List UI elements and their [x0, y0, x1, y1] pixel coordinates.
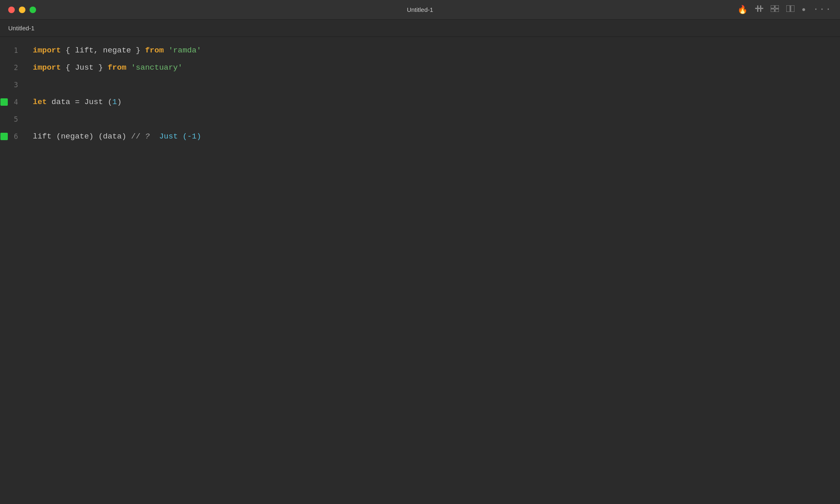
- token-punctuation: }: [94, 63, 107, 72]
- token-comment-q: ?: [145, 132, 150, 141]
- broadcast-icon[interactable]: [755, 5, 763, 14]
- svg-rect-1: [757, 5, 758, 12]
- token-string: 'sanctuary': [131, 63, 182, 72]
- maximize-button[interactable]: [30, 7, 36, 13]
- gutter-line-5: 5: [0, 111, 25, 128]
- line-indicator-6: [0, 132, 8, 141]
- line-number-2: 2: [8, 64, 21, 72]
- token-punctuation: ) (: [89, 132, 103, 141]
- token-comment: //: [131, 132, 145, 141]
- line-indicator-1: [0, 46, 8, 54]
- token-fn-name: lift: [33, 132, 52, 141]
- token-result: Just (-1): [159, 132, 201, 141]
- code-line-2: import { Just } from 'sanctuary': [33, 59, 836, 76]
- svg-rect-4: [775, 5, 779, 8]
- line-number-6: 6: [8, 132, 21, 141]
- gutter-line-6: 6: [0, 128, 25, 145]
- more-icon[interactable]: ···: [813, 5, 832, 15]
- svg-rect-8: [791, 5, 794, 12]
- green-square-4: [0, 98, 8, 106]
- title-bar-actions: 🔥 ● ···: [737, 5, 832, 15]
- token-comment: [150, 132, 159, 141]
- flame-icon[interactable]: 🔥: [737, 5, 748, 15]
- traffic-lights: [8, 7, 36, 13]
- title-bar: Untitled-1 🔥 ● ···: [0, 0, 840, 20]
- window-title: Untitled-1: [407, 6, 433, 13]
- code-line-6: lift (negate) (data) // ? Just (-1): [33, 128, 836, 145]
- code-area[interactable]: import { lift, negate } from 'ramda'impo…: [25, 41, 836, 504]
- token-identifier: data: [103, 132, 122, 141]
- line-number-4: 4: [8, 98, 21, 106]
- line-number-3: 3: [8, 81, 21, 89]
- code-line-3: [33, 76, 836, 93]
- token-punctuation: ): [122, 132, 131, 141]
- gutter-line-3: 3: [0, 76, 25, 93]
- token-number: 1: [112, 98, 117, 107]
- gutter-line-2: 2: [0, 59, 25, 76]
- tab-title[interactable]: Untitled-1: [8, 25, 34, 32]
- token-identifier: data = Just: [47, 98, 107, 107]
- token-punctuation: [126, 63, 131, 72]
- svg-rect-5: [771, 9, 774, 12]
- token-kw-from: from: [107, 63, 126, 72]
- token-kw-import: import: [33, 46, 61, 55]
- editor-area: 123456 import { lift, negate } from 'ram…: [0, 37, 840, 504]
- split-icon[interactable]: [786, 5, 794, 14]
- token-punctuation: }: [131, 46, 145, 55]
- line-indicator-4: [0, 98, 8, 106]
- token-punctuation: [164, 46, 168, 55]
- token-punctuation: ,: [94, 46, 103, 55]
- svg-rect-0: [755, 8, 763, 9]
- token-identifier: negate: [61, 132, 89, 141]
- line-indicator-2: [0, 64, 8, 72]
- token-punctuation: {: [61, 46, 75, 55]
- svg-rect-3: [771, 5, 774, 8]
- token-punctuation: {: [61, 63, 75, 72]
- tab-bar: Untitled-1: [0, 20, 840, 37]
- close-button[interactable]: [8, 7, 15, 13]
- token-identifier: lift: [75, 46, 94, 55]
- layout-icon[interactable]: [771, 5, 779, 14]
- svg-rect-7: [786, 5, 790, 12]
- circle-icon[interactable]: ●: [802, 6, 806, 14]
- gutter-line-4: 4: [0, 93, 25, 111]
- scrollbar[interactable]: [836, 41, 840, 504]
- line-gutter: 123456: [0, 41, 25, 504]
- token-punctuation: ): [117, 98, 121, 107]
- token-punctuation: (: [107, 98, 112, 107]
- green-square-6: [0, 133, 8, 140]
- line-indicator-3: [0, 81, 8, 89]
- svg-rect-6: [775, 9, 779, 12]
- minimize-button[interactable]: [19, 7, 25, 13]
- token-identifier: negate: [103, 46, 131, 55]
- code-line-1: import { lift, negate } from 'ramda': [33, 42, 836, 59]
- gutter-line-1: 1: [0, 42, 25, 59]
- code-line-5: [33, 111, 836, 128]
- token-identifier: Just: [75, 63, 94, 72]
- token-kw-let: let: [33, 98, 47, 107]
- line-indicator-5: [0, 115, 8, 123]
- token-kw-import: import: [33, 63, 61, 72]
- token-kw-from: from: [145, 46, 164, 55]
- code-line-4: let data = Just (1): [33, 93, 836, 111]
- line-number-5: 5: [8, 115, 21, 123]
- svg-rect-2: [760, 5, 761, 12]
- line-number-1: 1: [8, 46, 21, 54]
- token-punctuation: (: [52, 132, 61, 141]
- token-string: 'ramda': [169, 46, 201, 55]
